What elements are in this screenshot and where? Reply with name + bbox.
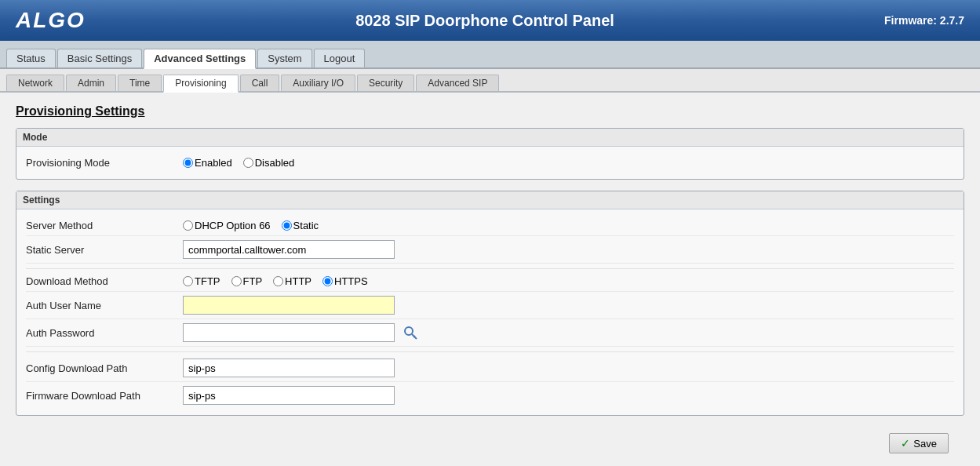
firmware-download-input[interactable] bbox=[183, 386, 395, 405]
static-radio[interactable] bbox=[282, 220, 292, 231]
server-method-label: Server Method bbox=[26, 220, 183, 231]
server-method-radio-group: DHCP Option 66 Static bbox=[183, 220, 319, 231]
key-icon[interactable] bbox=[403, 325, 418, 340]
firmware-version: Firmware: 2.7.7 bbox=[884, 14, 964, 27]
tftp-radio-text: TFTP bbox=[195, 275, 220, 287]
tab-status[interactable]: Status bbox=[6, 49, 56, 67]
sub-navigation: Network Admin Time Provisioning Call Aux… bbox=[0, 69, 980, 93]
static-server-row: Static Server bbox=[26, 236, 954, 264]
settings-legend: Settings bbox=[16, 191, 964, 209]
static-server-input[interactable] bbox=[183, 240, 395, 259]
ftp-radio-label[interactable]: FTP bbox=[231, 275, 263, 287]
config-download-row: Config Download Path bbox=[26, 351, 954, 382]
subtab-call[interactable]: Call bbox=[240, 75, 280, 91]
server-method-row: Server Method DHCP Option 66 Static bbox=[26, 216, 954, 236]
subtab-advanced-sip[interactable]: Advanced SIP bbox=[416, 75, 499, 91]
mode-body: Provisioning Mode Enabled Disabled bbox=[16, 147, 964, 179]
config-download-input[interactable] bbox=[183, 359, 395, 377]
mode-section: Mode Provisioning Mode Enabled Disabled bbox=[16, 128, 964, 180]
download-method-row: Download Method TFTP FTP HTT bbox=[26, 268, 954, 292]
config-download-label: Config Download Path bbox=[26, 362, 183, 374]
tab-basic-settings[interactable]: Basic Settings bbox=[57, 49, 142, 67]
enabled-radio[interactable] bbox=[183, 158, 193, 168]
mode-legend: Mode bbox=[16, 129, 964, 147]
http-radio[interactable] bbox=[273, 276, 283, 286]
https-radio-text: HTTPS bbox=[334, 275, 368, 287]
svg-point-0 bbox=[405, 327, 413, 335]
provisioning-mode-label: Provisioning Mode bbox=[26, 157, 183, 169]
tab-system[interactable]: System bbox=[257, 49, 311, 67]
https-radio-label[interactable]: HTTPS bbox=[322, 275, 368, 287]
dhcp-radio-text: DHCP Option 66 bbox=[195, 220, 271, 231]
disabled-radio[interactable] bbox=[243, 158, 253, 168]
subtab-time[interactable]: Time bbox=[118, 75, 162, 91]
subtab-auxiliary-io[interactable]: Auxiliary I/O bbox=[281, 75, 355, 91]
check-icon: ✓ bbox=[901, 437, 910, 450]
ftp-radio[interactable] bbox=[231, 276, 242, 286]
logo: ALGO bbox=[16, 8, 86, 33]
header: ALGO 8028 SIP Doorphone Control Panel Fi… bbox=[0, 0, 980, 41]
tftp-radio-label[interactable]: TFTP bbox=[183, 275, 220, 287]
auth-password-row: Auth Password bbox=[26, 319, 954, 347]
tftp-radio[interactable] bbox=[183, 276, 193, 286]
firmware-download-row: Firmware Download Path bbox=[26, 382, 954, 409]
static-radio-label[interactable]: Static bbox=[282, 220, 319, 231]
provisioning-mode-row: Provisioning Mode Enabled Disabled bbox=[26, 153, 954, 173]
disabled-radio-label[interactable]: Disabled bbox=[243, 157, 295, 169]
dhcp-radio-label[interactable]: DHCP Option 66 bbox=[183, 220, 271, 231]
ftp-radio-text: FTP bbox=[243, 275, 263, 287]
subtab-network[interactable]: Network bbox=[6, 75, 64, 91]
download-method-radio-group: TFTP FTP HTTP HTTPS bbox=[183, 275, 368, 287]
dhcp-radio[interactable] bbox=[183, 220, 193, 231]
main-content: Provisioning Settings Mode Provisioning … bbox=[0, 93, 980, 466]
download-method-control: TFTP FTP HTTP HTTPS bbox=[183, 275, 954, 287]
page-title: Provisioning Settings bbox=[16, 104, 964, 118]
tab-advanced-settings[interactable]: Advanced Settings bbox=[144, 49, 256, 69]
auth-username-label: Auth User Name bbox=[26, 300, 183, 311]
http-radio-text: HTTP bbox=[285, 275, 311, 287]
auth-password-label: Auth Password bbox=[26, 327, 183, 339]
save-button[interactable]: ✓ Save bbox=[889, 433, 949, 453]
settings-body: Server Method DHCP Option 66 Static bbox=[16, 209, 964, 415]
https-radio[interactable] bbox=[322, 276, 333, 286]
firmware-download-label: Firmware Download Path bbox=[26, 390, 183, 402]
top-navigation: Status Basic Settings Advanced Settings … bbox=[0, 41, 980, 69]
save-area: ✓ Save bbox=[16, 427, 964, 460]
settings-section: Settings Server Method DHCP Option 66 St… bbox=[16, 191, 964, 416]
server-method-control: DHCP Option 66 Static bbox=[183, 220, 954, 231]
subtab-admin[interactable]: Admin bbox=[66, 75, 116, 91]
auth-username-row: Auth User Name bbox=[26, 292, 954, 319]
http-radio-label[interactable]: HTTP bbox=[273, 275, 311, 287]
enabled-radio-text: Enabled bbox=[195, 157, 232, 169]
app-title: 8028 SIP Doorphone Control Panel bbox=[355, 12, 614, 30]
static-server-label: Static Server bbox=[26, 244, 183, 256]
save-label: Save bbox=[913, 438, 937, 450]
subtab-provisioning[interactable]: Provisioning bbox=[163, 75, 238, 93]
enabled-radio-label[interactable]: Enabled bbox=[183, 157, 232, 169]
auth-password-control bbox=[183, 323, 954, 342]
static-server-control bbox=[183, 240, 954, 259]
static-radio-text: Static bbox=[293, 220, 319, 231]
provisioning-mode-radio-group: Enabled Disabled bbox=[183, 157, 294, 169]
disabled-radio-text: Disabled bbox=[255, 157, 295, 169]
config-download-control bbox=[183, 359, 954, 377]
download-method-label: Download Method bbox=[26, 275, 183, 287]
tab-logout[interactable]: Logout bbox=[314, 49, 366, 67]
firmware-download-control bbox=[183, 386, 954, 405]
provisioning-mode-control: Enabled Disabled bbox=[183, 157, 954, 169]
auth-password-input[interactable] bbox=[183, 323, 395, 342]
subtab-security[interactable]: Security bbox=[357, 75, 414, 91]
auth-username-input[interactable] bbox=[183, 296, 395, 315]
auth-username-control bbox=[183, 296, 954, 315]
